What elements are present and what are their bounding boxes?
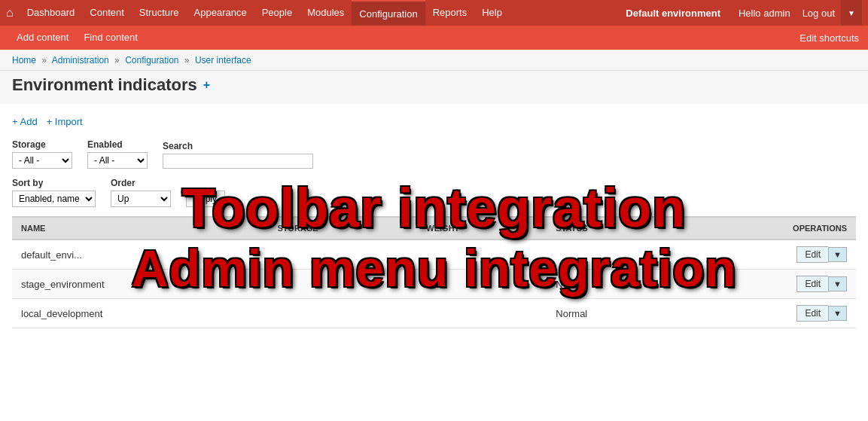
col-operations: OPERATIONS — [673, 217, 856, 239]
breadcrumb-sep-3: » — [184, 55, 190, 66]
top-nav-right: Default environment Hello admin Log out … — [626, 0, 862, 26]
env-label: Default environment — [626, 8, 720, 19]
top-nav-dropdown[interactable]: ▼ — [841, 0, 862, 26]
nav-items: Dashboard Content Structure Appearance P… — [20, 0, 626, 26]
storage-filter-label: Storage — [12, 139, 72, 150]
nav-item-structure[interactable]: Structure — [132, 0, 187, 26]
hello-admin: Hello admin — [732, 8, 796, 19]
row-storage-3 — [268, 299, 417, 328]
row-weight-1 — [417, 239, 547, 270]
search-filter-group: Search — [163, 141, 313, 169]
sortby-filter-group: Sort by Enabled, name — [12, 178, 96, 207]
filters-row-1: Storage - All - Enabled - All - Search — [12, 139, 856, 169]
nav-item-reports[interactable]: Reports — [425, 0, 475, 26]
storage-filter-group: Storage - All - — [12, 139, 72, 169]
row-status-3: Normal — [547, 299, 673, 328]
table-row: local_development Normal Edit ▼ — [12, 299, 856, 328]
table-row: stage_environment Normal Edit ▼ — [12, 270, 856, 299]
edit-shortcuts-link[interactable]: Edit shortcuts — [799, 32, 859, 44]
nav-item-appearance[interactable]: Appearance — [187, 0, 254, 26]
top-nav: ⌂ Dashboard Content Structure Appearance… — [0, 0, 868, 26]
breadcrumb-user-interface[interactable]: User interface — [195, 55, 251, 66]
breadcrumb: Home » Administration » Configuration » … — [12, 55, 251, 66]
edit-dropdown-2[interactable]: ▼ — [828, 276, 847, 291]
breadcrumb-home[interactable]: Home — [12, 55, 36, 66]
page-title-row: Environment indicators + — [12, 75, 856, 95]
filters-row-2: Sort by Enabled, name Order Up Apply — [12, 178, 856, 207]
breadcrumb-sep-1: » — [41, 55, 47, 66]
edit-dropdown-3[interactable]: ▼ — [828, 306, 847, 321]
page-title-area: Environment indicators + — [0, 71, 868, 104]
row-storage-1 — [268, 239, 417, 270]
row-weight-2 — [417, 270, 547, 299]
secondary-nav: Add content Find content Edit shortcuts — [0, 26, 868, 50]
nav-item-help[interactable]: Help — [474, 0, 510, 26]
nav-item-people[interactable]: People — [254, 0, 300, 26]
nav-item-dashboard[interactable]: Dashboard — [20, 0, 83, 26]
col-name: NAME — [12, 217, 268, 239]
page-title: Environment indicators — [12, 75, 197, 95]
nav-item-modules[interactable]: Modules — [300, 0, 352, 26]
apply-filter-button[interactable]: Apply — [186, 191, 225, 207]
edit-btn-group-3: Edit ▼ — [682, 305, 847, 322]
row-ops-1: Edit ▼ — [673, 239, 856, 270]
breadcrumb-sep-2: » — [114, 55, 120, 66]
table-header: NAME STORAGE WEIGHT STATUS OPERATIONS — [12, 217, 856, 239]
row-ops-3: Edit ▼ — [673, 299, 856, 328]
enabled-filter-group: Enabled - All - — [87, 139, 148, 169]
add-link[interactable]: Add — [12, 116, 38, 127]
row-name-3: local_development — [12, 299, 268, 328]
add-content-link[interactable]: Add content — [9, 26, 76, 50]
environments-table: NAME STORAGE WEIGHT STATUS OPERATIONS de… — [12, 216, 856, 328]
sortby-filter-select[interactable]: Enabled, name — [12, 191, 96, 207]
col-weight: WEIGHT — [417, 217, 547, 239]
breadcrumb-configuration[interactable]: Configuration — [125, 55, 178, 66]
row-name-1: default_envi... — [12, 239, 268, 270]
edit-dropdown-1[interactable]: ▼ — [828, 247, 847, 262]
logout-link[interactable]: Log out — [796, 8, 841, 19]
table-body: default_envi... Edit ▼ stage_environment — [12, 239, 856, 328]
col-storage: STORAGE — [268, 217, 417, 239]
table-row: default_envi... Edit ▼ — [12, 239, 856, 270]
sortby-filter-label: Sort by — [12, 178, 96, 188]
row-status-1 — [547, 239, 673, 270]
breadcrumb-area: Home » Administration » Configuration » … — [0, 50, 868, 71]
breadcrumb-administration[interactable]: Administration — [52, 55, 109, 66]
order-filter-label: Order — [111, 178, 171, 188]
import-link[interactable]: Import — [47, 116, 83, 127]
table-header-row: NAME STORAGE WEIGHT STATUS OPERATIONS — [12, 217, 856, 239]
order-filter-group: Order Up — [111, 178, 171, 207]
edit-button-2[interactable]: Edit — [796, 276, 828, 292]
search-filter-input[interactable] — [163, 154, 313, 169]
col-status: STATUS — [547, 217, 673, 239]
home-icon[interactable]: ⌂ — [6, 6, 14, 20]
storage-filter-select[interactable]: - All - — [12, 152, 72, 169]
nav-item-content[interactable]: Content — [82, 0, 132, 26]
edit-btn-group-2: Edit ▼ — [682, 276, 847, 292]
edit-btn-group-1: Edit ▼ — [682, 246, 847, 263]
row-status-2: Normal — [547, 270, 673, 299]
search-filter-label: Search — [163, 141, 313, 151]
action-links: Add Import — [12, 116, 856, 127]
row-name-2: stage_environment — [12, 270, 268, 299]
row-storage-2 — [268, 270, 417, 299]
row-weight-3 — [417, 299, 547, 328]
edit-button-1[interactable]: Edit — [796, 246, 828, 263]
edit-button-3[interactable]: Edit — [796, 305, 828, 322]
page-wrapper: ⌂ Dashboard Content Structure Appearance… — [0, 0, 868, 421]
main-content: Add Import Storage - All - Enabled - All… — [0, 104, 868, 340]
page-add-icon[interactable]: + — [203, 78, 210, 92]
enabled-filter-select[interactable]: - All - — [87, 152, 148, 169]
find-content-link[interactable]: Find content — [76, 26, 145, 50]
secondary-nav-left: Add content Find content — [9, 26, 145, 50]
nav-item-configuration[interactable]: Configuration — [352, 0, 425, 26]
row-ops-2: Edit ▼ — [673, 270, 856, 299]
enabled-filter-label: Enabled — [87, 139, 148, 150]
order-filter-select[interactable]: Up — [111, 191, 171, 207]
